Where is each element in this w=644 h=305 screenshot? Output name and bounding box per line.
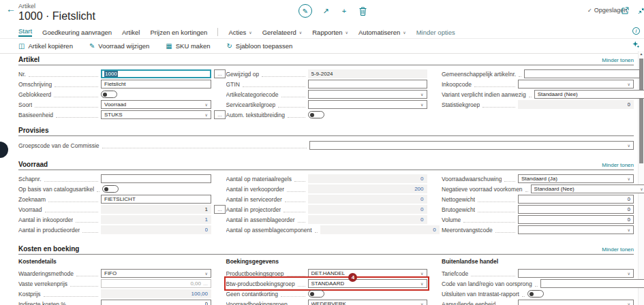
toggle-knob-icon	[104, 187, 108, 191]
assist-edit-button[interactable]: …	[214, 110, 226, 119]
chevron-down-icon: ∨	[418, 92, 423, 97]
nettogewicht-input[interactable]: 0	[518, 195, 634, 204]
collapse-icon[interactable]	[637, 5, 644, 15]
op-basis-van-catalogusartikel-toggle[interactable]	[102, 185, 119, 193]
menu-item-minder-opties[interactable]: Minder opties	[416, 29, 455, 36]
field-row-negatieve-voorraad-voorkomen: Negatieve voorraad voorkomenStandaard (N…	[442, 184, 634, 194]
dotted-leader	[76, 216, 98, 223]
basiseenheid-select[interactable]: STUKS∨	[101, 110, 211, 119]
aantal-op-materiaalregels-control-area: 0	[308, 174, 427, 183]
indirecte-kosten-pct-input[interactable]: 0	[101, 300, 211, 305]
menu-item-label: Minder opties	[416, 29, 455, 36]
menu-item-start[interactable]: Start	[18, 27, 32, 37]
variant-verplicht-indien-aanwezig-select[interactable]: Standaard (Nee)∨	[534, 90, 644, 99]
waarderingsmethode-select[interactable]: FIFO∨	[101, 269, 211, 278]
groepscode-van-de-commissie-select[interactable]: ∨	[309, 141, 634, 150]
menu-item-label: Goedkeuring aanvragen	[42, 29, 112, 36]
brutogewicht-input[interactable]: 0	[518, 205, 634, 214]
artikelcategoriecode-select[interactable]: ∨	[308, 90, 427, 99]
action-sku-maken[interactable]: ▦SKU maken	[166, 42, 210, 50]
field-value[interactable]: 1	[205, 216, 208, 223]
field-value: 0	[205, 301, 208, 305]
menu-item-artikel[interactable]: Artikel	[122, 29, 140, 36]
code-van-land-regio-van-oorsprong-select[interactable]: ∨	[540, 279, 644, 288]
voorraadwaarschuwing-select[interactable]: Standaard (Ja)∨	[518, 174, 634, 183]
field-row-nr: Nr.1000…	[18, 69, 211, 79]
field-label: Tariefcode	[442, 270, 468, 277]
zoeknaam-input[interactable]: FIETSLICHT	[101, 195, 211, 204]
tariefcode-select[interactable]: ∨	[518, 269, 634, 278]
field-row-variant-verplicht-indien-aanwezig: Variant verplicht indien aanwezigStandaa…	[442, 89, 634, 99]
field-value[interactable]: 0	[205, 227, 208, 233]
menu-item-automatiseren[interactable]: Automatiseren∨	[358, 29, 406, 36]
field-value: WEDERVERK	[311, 301, 346, 305]
field-label: Kostprijs	[18, 291, 41, 298]
action-artikel-kopi-ren[interactable]: ◫Artikel kopiëren	[18, 42, 73, 50]
meerontvangstcode-select[interactable]: ∨	[518, 225, 634, 234]
menu-item-acties[interactable]: Acties∨	[228, 29, 251, 36]
btw-productboekingsgroep-select[interactable]: STANDAARD∨	[308, 279, 427, 288]
menu-item-goedkeuring-aanvragen[interactable]: Goedkeuring aanvragen	[42, 29, 112, 36]
volume-input[interactable]: 0	[518, 215, 634, 224]
serviceartikelgroep-select[interactable]: ∨	[308, 100, 427, 109]
open-in-new-window-icon[interactable]	[620, 5, 630, 15]
field-label: Soort	[18, 101, 32, 108]
schapnr-input[interactable]	[101, 174, 211, 183]
field-row-gtin: GTIN	[226, 79, 427, 89]
field-value[interactable]: 100,00	[191, 291, 208, 297]
assist-edit-button[interactable]: …	[214, 69, 226, 78]
aanvullende-eenheid-select[interactable]: ∨	[518, 300, 634, 305]
copilot-icon[interactable]	[632, 39, 640, 51]
share-icon[interactable]: ↗	[321, 6, 331, 16]
show-less-link[interactable]: Minder tonen	[602, 162, 634, 168]
section-kosten-en-boeking: Kosten en boeking Minder tonen Kostendet…	[18, 245, 634, 305]
geblokkeerd-toggle[interactable]	[101, 91, 117, 98]
uitsluiten-van-intrastat-rapport-toggle[interactable]	[527, 290, 544, 298]
inkoopcode-select[interactable]: ∨	[518, 80, 634, 89]
action-sjabloon-toepassen[interactable]: ↻Sjabloon toepassen	[226, 42, 292, 50]
chevron-down-icon: ∨	[626, 271, 630, 276]
scroll-up-arrow[interactable]: ▲	[639, 52, 644, 56]
soort-select[interactable]: Voorraad∨	[101, 100, 211, 109]
edit-icon[interactable]: ✎	[298, 4, 312, 18]
nr-input[interactable]: 1000	[101, 69, 211, 78]
omschrijving-input[interactable]: Fietslicht	[101, 80, 211, 89]
show-less-link[interactable]: Minder tonen	[602, 57, 634, 63]
voorraadboekingsgroep-select[interactable]: WEDERVERK∨	[308, 300, 427, 305]
action-voorraad-wijzigen[interactable]: ✎Voorraad wijzigen	[89, 42, 149, 50]
vertical-scrollbar[interactable]: ▲	[638, 51, 644, 305]
assist-edit-button[interactable]: …	[214, 205, 226, 214]
field-value[interactable]: 0	[420, 206, 423, 212]
gemeenschappelijk-artikelnr-input[interactable]	[524, 69, 640, 78]
dotted-leader	[315, 227, 318, 233]
dotted-leader	[44, 291, 98, 297]
dotted-leader	[285, 196, 305, 202]
geen-contantkorting-toggle[interactable]	[308, 290, 324, 298]
gtin-input[interactable]	[308, 80, 427, 89]
field-value[interactable]: 0	[420, 216, 423, 223]
side-panel-handle[interactable]	[0, 142, 8, 158]
soort-control-area: Voorraad∨	[101, 100, 211, 109]
negatieve-voorraad-voorkomen-select[interactable]: Standaard (Nee)∨	[531, 184, 644, 193]
delete-icon[interactable]	[358, 6, 367, 16]
op-basis-van-catalogusartikel-control-area	[102, 185, 213, 193]
info-icon[interactable]: i	[632, 27, 640, 35]
field-value[interactable]: 0	[420, 196, 423, 202]
field-row-waarderingsmethode: WaarderingsmethodeFIFO∨	[18, 268, 211, 278]
back-icon[interactable]: ←	[6, 3, 16, 14]
field-value[interactable]: 0	[420, 176, 423, 182]
menu-item-prijzen-en-kortingen[interactable]: Prijzen en kortingen	[150, 29, 207, 36]
field-value[interactable]: 0	[433, 227, 435, 233]
show-less-link[interactable]: Minder tonen	[602, 246, 634, 253]
productboekingsgroep-select[interactable]: DET.HANDEL∨	[308, 269, 427, 278]
dotted-leader	[35, 101, 98, 108]
autom-tekstuitbreiding-toggle[interactable]	[308, 111, 324, 118]
geen-contantkorting-control-area	[308, 290, 427, 298]
menu-item-rapporten[interactable]: Rapporten∨	[312, 29, 348, 36]
menu-item-gerelateerd[interactable]: Gerelateerd∨	[262, 29, 303, 36]
field-row-aantal-in-verkooporder: Aantal in verkooporder200	[226, 184, 427, 194]
field-value: DET.HANDEL	[311, 270, 346, 276]
field-value[interactable]: 200	[414, 186, 423, 192]
chevron-down-icon: ∨	[626, 302, 630, 305]
new-icon[interactable]: +	[339, 6, 349, 16]
